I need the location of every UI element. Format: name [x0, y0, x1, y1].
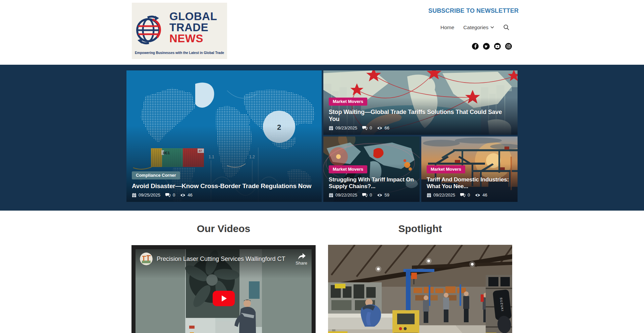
page: GLOBAL TRADE NEWS Empowering Businesses …	[0, 0, 644, 333]
share-button[interactable]: Share	[296, 253, 307, 266]
view-count: 59	[384, 192, 389, 198]
globe-logo-icon	[134, 13, 165, 47]
article-meta: 09/23/2025 0 66	[329, 125, 512, 130]
article-title[interactable]: Avoid Disaster—Know Cross-Border Trade R…	[132, 182, 316, 190]
comment-count: 0	[370, 192, 372, 198]
channel-avatar[interactable]	[140, 253, 153, 265]
video-title-bar: Precision Laser Cutting Services Walling…	[136, 249, 312, 279]
share-arrow-icon	[297, 253, 306, 260]
youtube-link[interactable]	[494, 43, 501, 50]
featured-article[interactable]: 2 1.1 1.2	[126, 70, 322, 202]
article-title[interactable]: Struggling With Tariff Impact On Supply …	[329, 176, 414, 190]
calendar-icon	[427, 193, 431, 198]
logo-tagline: Empowering Businesses with the Latest in…	[133, 51, 226, 55]
search-button[interactable]	[503, 24, 509, 31]
views-eye-icon	[475, 193, 480, 197]
view-count: 46	[482, 192, 487, 198]
workshop-photo: SUZUKI	[328, 245, 512, 333]
calendar-icon	[132, 193, 137, 198]
subscribe-newsletter-link[interactable]: SUBSCRIBE TO NEWSLETTER	[428, 7, 519, 14]
comments-icon	[362, 126, 368, 130]
comment-count: 0	[370, 125, 372, 130]
site-logo[interactable]: GLOBAL TRADE NEWS Empowering Businesses …	[132, 3, 227, 59]
category-badge-market-movers[interactable]: Market Movers	[329, 165, 367, 173]
yellow-machine-graphic	[392, 310, 419, 333]
main-nav: Home Categories	[440, 24, 509, 31]
calendar-icon	[329, 126, 333, 130]
article-title[interactable]: Stop Waiting—Global Trade Tariffs Soluti…	[329, 109, 507, 123]
video-title[interactable]: Precision Laser Cutting Services Walling…	[157, 253, 291, 265]
twitter-link[interactable]	[483, 43, 490, 50]
view-count: 66	[384, 125, 389, 130]
play-icon	[220, 294, 228, 302]
twitter-icon	[484, 45, 488, 48]
play-button[interactable]	[213, 291, 235, 306]
article-meta: 09/25/2025 0 46	[132, 192, 316, 198]
secondary-article-2[interactable]: Market Movers Struggling With Tariff Imp…	[323, 136, 420, 202]
category-badge-market-movers[interactable]: Market Movers	[427, 165, 465, 173]
views-eye-icon	[377, 193, 382, 197]
site-header: GLOBAL TRADE NEWS Empowering Businesses …	[0, 0, 644, 65]
logo-word-trade: TRADE	[169, 22, 217, 33]
article-date: 09/22/2025	[335, 192, 357, 198]
logo-word-news: NEWS	[169, 33, 217, 44]
share-label: Share	[296, 261, 307, 266]
comment-count: 0	[173, 192, 175, 198]
nav-home[interactable]: Home	[440, 24, 454, 31]
article-meta: 09/22/2025 0 46	[427, 192, 512, 198]
social-links	[472, 43, 512, 50]
videos-heading: Our Videos	[131, 223, 316, 234]
views-eye-icon	[377, 126, 382, 130]
article-title[interactable]: Tariff And Domestic Industries: What You…	[427, 176, 512, 190]
spotlight-heading: Spotlight	[328, 223, 512, 234]
hero-section: 2 1.1 1.2	[0, 65, 644, 211]
spotlight-image: SUZUKI	[328, 245, 512, 333]
youtube-icon	[495, 45, 499, 48]
chevron-down-icon	[490, 26, 494, 29]
nav-home-label: Home	[440, 24, 454, 31]
secondary-article-3[interactable]: Market Movers Tariff And Domestic Indust…	[421, 136, 518, 202]
nav-categories[interactable]: Categories	[463, 24, 494, 31]
comments-icon	[165, 193, 171, 197]
article-date: 09/23/2025	[335, 125, 357, 130]
channel-avatar-image	[140, 253, 153, 265]
comment-count: 0	[468, 192, 470, 198]
search-icon	[503, 24, 509, 31]
category-badge-market-movers[interactable]: Market Movers	[329, 98, 367, 106]
instagram-icon	[506, 44, 511, 48]
view-count: 46	[187, 192, 192, 198]
category-badge-compliance-corner[interactable]: Compliance Corner	[132, 171, 180, 179]
article-meta: 09/22/2025 0 59	[329, 192, 414, 198]
calendar-icon	[329, 193, 333, 198]
comments-icon	[362, 193, 368, 197]
nav-categories-label: Categories	[463, 24, 488, 31]
views-eye-icon	[180, 193, 185, 197]
logo-word-global: GLOBAL	[169, 11, 217, 22]
facebook-icon	[474, 44, 477, 48]
logo-wordmark: GLOBAL TRADE NEWS	[169, 11, 217, 44]
youtube-player[interactable]: Precision Laser Cutting Services Walling…	[131, 245, 316, 333]
instagram-link[interactable]	[505, 43, 512, 50]
comments-icon	[460, 193, 466, 197]
lower-sections: Our Videos Spotlight	[0, 211, 644, 333]
facebook-link[interactable]	[472, 43, 479, 50]
article-date: 09/25/2025	[139, 192, 160, 198]
secondary-article-1[interactable]: Market Movers Stop Waiting—Global Trade …	[323, 70, 518, 135]
article-date: 09/22/2025	[433, 192, 455, 198]
